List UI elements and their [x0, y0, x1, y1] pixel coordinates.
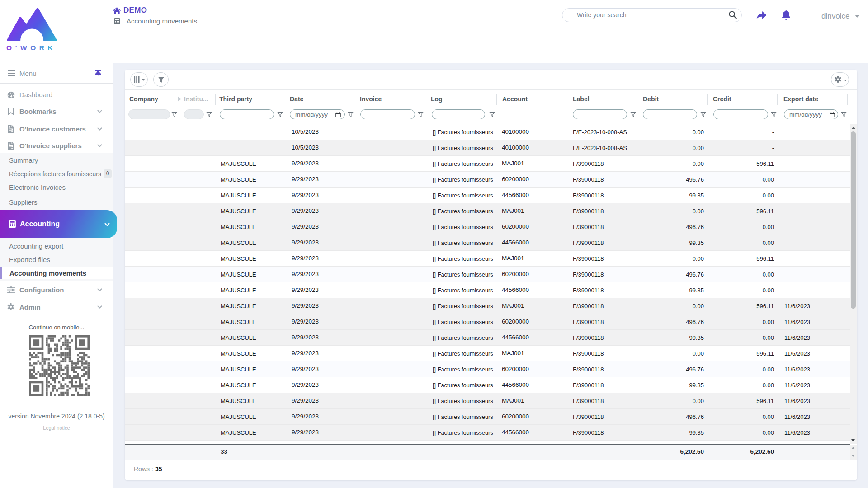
svg-text:O'WORK: O'WORK — [6, 44, 56, 52]
